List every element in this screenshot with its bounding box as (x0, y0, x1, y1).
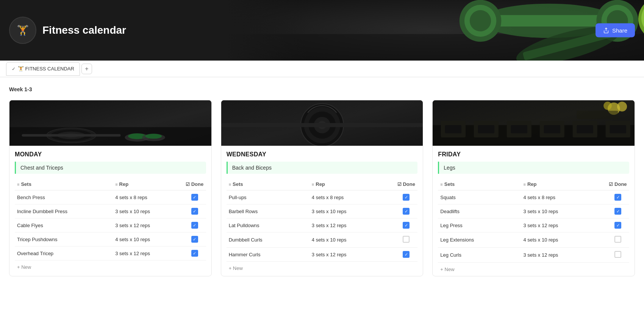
exercise-done[interactable]: ✓ (183, 190, 206, 204)
checkbox-checked[interactable]: ✓ (614, 208, 621, 215)
table-row: Incline Dumbbell Press3 sets x 10 reps✓ (15, 204, 206, 218)
share-icon (603, 27, 609, 33)
card-image-monday (9, 100, 211, 146)
exercise-sets: 4 sets x 10 reps (113, 232, 183, 246)
checkbox-checked[interactable]: ✓ (403, 251, 410, 258)
exercise-sets: 3 sets x 12 reps (113, 246, 183, 260)
monday-add-new[interactable]: + New (15, 260, 206, 274)
tab-fitness-calendar[interactable]: ✓ 🏋️ FITNESS CALENDAR (6, 62, 80, 76)
svg-point-50 (603, 101, 612, 110)
exercise-done[interactable]: ✓ (395, 248, 417, 262)
table-row: Pull-ups4 sets x 8 reps✓ (227, 190, 418, 204)
header-bg-image (225, 0, 644, 61)
monday-day-name: MONDAY (15, 151, 206, 158)
day-card-friday: FRIDAY Legs ≡Sets ≡Rep ☑ Done (432, 100, 635, 276)
page-header: 🏋️ Fitness calendar Share (0, 0, 644, 61)
exercise-sets: 3 sets x 10 reps (113, 204, 183, 218)
wednesday-add-new[interactable]: + New (227, 262, 418, 275)
checkbox-unchecked[interactable] (614, 236, 621, 243)
table-row: Dumbbell Curls4 sets x 10 reps (227, 232, 418, 248)
checkbox-checked[interactable]: ✓ (403, 194, 410, 201)
svg-rect-37 (445, 125, 461, 133)
exercise-name: Barbell Rows (227, 204, 309, 218)
monday-muscle-group: Chest and Triceps (15, 162, 206, 174)
exercise-name: Cable Flyes (15, 218, 113, 232)
exercise-done[interactable]: ✓ (395, 204, 417, 218)
exercise-name: Overhead Tricep (15, 246, 113, 260)
table-row: Hammer Curls3 sets x 12 reps✓ (227, 248, 418, 262)
svg-rect-51 (577, 111, 618, 119)
table-row: Leg Curls3 sets x 12 reps (438, 248, 629, 263)
exercise-done[interactable]: ✓ (183, 232, 206, 246)
table-row: Deadlifts3 sets x 10 reps✓ (438, 204, 629, 218)
exercise-name: Dumbbell Curls (227, 232, 309, 248)
wednesday-col-sets: ≡Sets (227, 178, 309, 190)
exercise-name: Deadlifts (438, 204, 521, 218)
checkbox-checked[interactable]: ✓ (191, 250, 198, 257)
checkbox-unchecked[interactable] (403, 236, 410, 243)
wednesday-card-body: WEDNESDAY Back and Biceps ≡Sets ≡Rep (221, 146, 423, 275)
checkbox-checked[interactable]: ✓ (614, 194, 621, 201)
exercise-sets: 4 sets x 8 reps (309, 190, 395, 204)
exercise-done[interactable]: ✓ (606, 204, 629, 218)
checkbox-checked[interactable]: ✓ (191, 208, 198, 215)
tab-label: 🏋️ FITNESS CALENDAR (18, 66, 74, 72)
exercise-sets: 4 sets x 10 reps (309, 232, 395, 248)
exercise-done[interactable] (395, 232, 417, 248)
exercise-done[interactable] (606, 232, 629, 248)
main-content: Week 1-3 (0, 77, 644, 318)
week-label: Week 1-3 (9, 86, 635, 92)
friday-day-name: FRIDAY (438, 151, 629, 158)
exercise-sets: 3 sets x 12 reps (521, 248, 606, 263)
exercise-sets: 3 sets x 12 reps (309, 248, 395, 262)
tab-add-button[interactable]: + (81, 64, 92, 74)
svg-rect-14 (225, 0, 644, 61)
friday-col-rep: ≡Rep (521, 178, 606, 190)
svg-rect-41 (511, 125, 527, 133)
table-row: Cable Flyes3 sets x 12 reps✓ (15, 218, 206, 232)
card-image-friday (433, 100, 635, 146)
table-row: Tricep Pushdowns4 sets x 10 reps✓ (15, 232, 206, 246)
svg-rect-47 (610, 125, 626, 133)
svg-rect-22 (22, 134, 121, 137)
day-card-wednesday: WEDNESDAY Back and Biceps ≡Sets ≡Rep (221, 100, 424, 276)
wednesday-col-rep: ≡Rep (309, 178, 395, 190)
exercise-done[interactable]: ✓ (606, 218, 629, 232)
friday-card-body: FRIDAY Legs ≡Sets ≡Rep ☑ Done (433, 146, 635, 276)
exercise-name: Tricep Pushdowns (15, 232, 113, 246)
exercise-sets: 4 sets x 10 reps (521, 232, 606, 248)
exercise-done[interactable]: ✓ (183, 204, 206, 218)
exercise-done[interactable]: ✓ (395, 190, 417, 204)
exercise-name: Leg Curls (438, 248, 521, 263)
exercise-done[interactable]: ✓ (395, 218, 417, 232)
exercise-sets: 3 sets x 10 reps (521, 204, 606, 218)
app-logo: 🏋️ (9, 17, 36, 44)
checkbox-checked[interactable]: ✓ (191, 222, 198, 229)
tab-check-icon: ✓ (12, 66, 16, 72)
checkbox-checked[interactable]: ✓ (191, 236, 198, 243)
exercise-done[interactable] (606, 248, 629, 263)
exercise-done[interactable]: ✓ (183, 246, 206, 260)
checkbox-checked[interactable]: ✓ (191, 194, 198, 201)
svg-rect-33 (221, 123, 423, 127)
monday-col-sets: ≡Sets (15, 178, 113, 190)
table-row: Squats4 sets x 8 reps✓ (438, 190, 629, 204)
share-button[interactable]: Share (596, 23, 635, 37)
monday-workout-table: ≡Sets ≡Rep ☑ Done Bench Press4 sets x 8 … (15, 178, 206, 260)
table-row: Leg Press3 sets x 12 reps✓ (438, 218, 629, 232)
checkbox-checked[interactable]: ✓ (403, 222, 410, 229)
checkbox-unchecked[interactable] (614, 251, 621, 258)
exercise-sets: 3 sets x 10 reps (309, 204, 395, 218)
svg-point-26 (145, 134, 162, 139)
friday-muscle-group: Legs (438, 162, 629, 174)
friday-workout-table: ≡Sets ≡Rep ☑ Done Squats4 sets x 8 reps✓… (438, 178, 629, 263)
exercise-sets: 4 sets x 8 reps (113, 190, 183, 204)
wednesday-muscle-group: Back and Biceps (227, 162, 418, 174)
tab-bar: ✓ 🏋️ FITNESS CALENDAR + (0, 61, 644, 77)
friday-col-sets: ≡Sets (438, 178, 521, 190)
exercise-done[interactable]: ✓ (606, 190, 629, 204)
exercise-done[interactable]: ✓ (183, 218, 206, 232)
friday-add-new[interactable]: + New (438, 263, 629, 276)
checkbox-checked[interactable]: ✓ (403, 208, 410, 215)
checkbox-checked[interactable]: ✓ (614, 222, 621, 229)
